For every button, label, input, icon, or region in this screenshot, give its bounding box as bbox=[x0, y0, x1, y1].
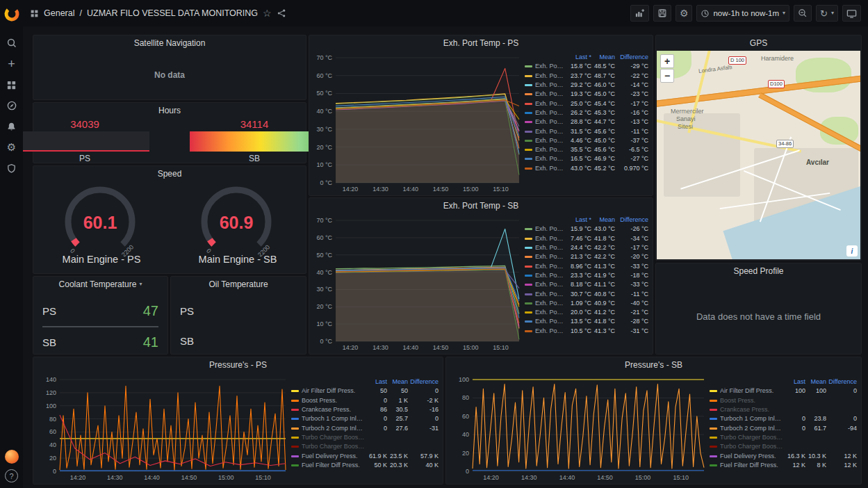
panel-title[interactable]: GPS bbox=[656, 35, 861, 51]
legend-row[interactable]: Air Filter Diff Press.50500 bbox=[291, 387, 439, 396]
legend-row[interactable]: Exh. Port 1020.0 °C41.2 °C-21 °C bbox=[525, 308, 648, 317]
legend-row[interactable]: Exh. Port 626.2 °C45.3 °C-16 °C bbox=[525, 108, 648, 117]
legend-sort-difference[interactable]: Difference bbox=[615, 53, 648, 62]
legend-row[interactable]: Fuel Delivery Press.16.3 K10.3 K12 K bbox=[710, 451, 857, 460]
panel-title[interactable]: Oil Temperature bbox=[171, 277, 306, 292]
legend-row[interactable]: Turboch 2 Comp Inlet Press.061.7-94 bbox=[710, 423, 857, 432]
legend-row[interactable]: Exh. Port 94.46 °C45.0 °C-37 °C bbox=[525, 136, 648, 145]
zoom-out-time-button[interactable] bbox=[794, 5, 812, 22]
legend-row[interactable]: Exh. Port 115.9 °C43.0 °C-26 °C bbox=[525, 225, 648, 234]
pressure-sb-chart[interactable]: 02040608010014:2014:3014:4014:5015:0015:… bbox=[448, 374, 708, 482]
legend-row[interactable]: Exh. Port 1035.5 °C45.6 °C-6.5 °C bbox=[525, 145, 648, 154]
search-icon[interactable] bbox=[0, 34, 23, 52]
legend-row[interactable]: Turboch 1 Comp Inlet Press.023.80 bbox=[710, 414, 857, 423]
refresh-button[interactable]: ↻ ▾ bbox=[816, 5, 838, 22]
configuration-gear-icon[interactable]: ⚙ bbox=[0, 138, 23, 156]
panel-title[interactable]: Coolant Temperature ▾ bbox=[33, 277, 167, 292]
map-zoom-in-button[interactable]: + bbox=[660, 54, 674, 68]
legend-sort-last[interactable]: Last bbox=[783, 377, 805, 387]
panel-title[interactable]: Speed Profile bbox=[656, 263, 861, 279]
legend-sort-difference[interactable]: Difference bbox=[826, 377, 857, 387]
time-range-picker[interactable]: now-1h to now-1m ▾ bbox=[696, 5, 789, 22]
legend-row[interactable]: Exh. Port 91.09 °C40.9 °C-40 °C bbox=[525, 299, 648, 308]
legend-row[interactable]: Exh. Port 831.5 °C45.6 °C-11 °C bbox=[525, 127, 648, 136]
legend-row[interactable]: Exh. Port 728.8 °C44.7 °C-13 °C bbox=[525, 117, 648, 127]
alerting-bell-icon[interactable] bbox=[0, 117, 23, 136]
panel-title[interactable]: Pressure's - SB bbox=[446, 357, 861, 373]
create-plus-icon[interactable]: + bbox=[0, 55, 23, 73]
help-icon[interactable]: ? bbox=[5, 469, 18, 482]
refresh-interval-caret-icon[interactable]: ▾ bbox=[831, 10, 834, 16]
legend-sort-last[interactable]: Last * bbox=[565, 53, 591, 62]
panel-title[interactable]: Exh. Port Temp - SB bbox=[309, 198, 653, 213]
legend-sort-last[interactable]: Last bbox=[365, 377, 387, 387]
legend-value: 31.5 °C bbox=[565, 127, 591, 136]
legend-row[interactable]: Fuel Filter Diff Press.50 K20.3 K40 K bbox=[291, 461, 439, 470]
dashboards-icon[interactable] bbox=[0, 76, 23, 94]
exh-sb-chart[interactable]: 0 °C10 °C20 °C30 °C40 °C50 °C60 °C70 °C1… bbox=[311, 215, 523, 352]
panel-title[interactable]: Satellite Navigation bbox=[33, 35, 306, 51]
map-zoom-out-button[interactable]: − bbox=[660, 69, 674, 83]
legend-sort-difference[interactable]: Difference bbox=[408, 377, 439, 387]
svg-text:40 °C: 40 °C bbox=[316, 108, 332, 115]
legend-row[interactable]: Air Filter Diff Press.1001000 bbox=[710, 387, 857, 396]
exh-ps-chart[interactable]: 0 °C10 °C20 °C30 °C40 °C50 °C60 °C70 °C1… bbox=[311, 52, 523, 194]
legend-row[interactable]: Exh. Port 421.3 °C42.2 °C-20 °C bbox=[525, 252, 648, 261]
cycle-view-mode-button[interactable] bbox=[842, 5, 861, 22]
dashboard-title[interactable]: UZMAR FILO VESSEL DATA MONITORING bbox=[87, 8, 258, 18]
series-name: Fuel Filter Diff Press. bbox=[720, 461, 778, 470]
legend-sort-mean[interactable]: Mean bbox=[591, 215, 615, 225]
gps-map[interactable]: Haramidere D 100 D100 Londra Asfaltı Mer… bbox=[657, 51, 860, 259]
panel-title[interactable]: Pressure's - PS bbox=[33, 357, 443, 373]
legend-row[interactable]: Exh. Port 78.18 °C41.1 °C-33 °C bbox=[525, 280, 648, 289]
panel-title[interactable]: Speed bbox=[33, 166, 306, 181]
user-avatar[interactable] bbox=[5, 450, 19, 464]
legend-sort-mean[interactable]: Mean bbox=[591, 53, 615, 62]
breadcrumb-folder[interactable]: General bbox=[44, 8, 74, 18]
panel-title[interactable]: Exh. Port Temp - PS bbox=[309, 35, 653, 51]
panel-title[interactable]: Hours bbox=[33, 103, 306, 118]
explore-compass-icon[interactable] bbox=[0, 97, 23, 115]
legend-row[interactable]: Boost Press.01 K-2 K bbox=[291, 396, 439, 405]
legend-row[interactable]: Exh. Port 830.7 °C40.8 °C-11 °C bbox=[525, 289, 648, 298]
legend-sort-difference[interactable]: Difference bbox=[615, 215, 648, 225]
dashboard-settings-button[interactable]: ⚙ bbox=[675, 5, 693, 22]
legend-row[interactable]: Exh. Port 1113.5 °C41.8 °C-28 °C bbox=[525, 317, 648, 326]
pressure-ps-chart[interactable]: 02040608010012014014:2014:3014:4014:5015… bbox=[35, 374, 290, 482]
legend-sort-mean[interactable]: Mean bbox=[387, 377, 408, 387]
legend-row[interactable]: Exh. Port 324.4 °C42.2 °C-17 °C bbox=[525, 243, 648, 252]
legend-row[interactable]: Turboch 1 Comp Inlet Press.025.70 bbox=[291, 414, 439, 423]
grafana-logo[interactable] bbox=[0, 5, 23, 23]
panel-menu-caret-icon[interactable]: ▾ bbox=[139, 282, 142, 287]
legend-row[interactable]: Fuel Filter Diff Press.12 K8 K12 K bbox=[710, 461, 857, 470]
star-icon[interactable]: ☆ bbox=[263, 8, 272, 18]
legend-row[interactable]: Turbo Charger Boost Press. 1 bbox=[291, 433, 439, 442]
legend-row[interactable]: Exh. Port 223.7 °C48.7 °C-22 °C bbox=[525, 72, 648, 81]
legend-row[interactable]: Crankcase Press.8630.5-16 bbox=[291, 405, 439, 414]
legend-row[interactable]: Exh. Port 27.46 °C41.8 °C-34 °C bbox=[525, 234, 648, 243]
legend-row[interactable]: Exh. Port 329.2 °C46.0 °C-14 °C bbox=[525, 81, 648, 90]
legend-sort-last[interactable]: Last * bbox=[565, 215, 591, 225]
legend-row[interactable]: Turbo Charger Boost Press. 2 bbox=[291, 442, 439, 451]
legend-row[interactable]: Exh. Port 419.3 °C45.0 °C-23 °C bbox=[525, 90, 648, 99]
legend-row[interactable]: Fuel Delivery Press.61.9 K23.5 K57.9 K bbox=[291, 451, 439, 460]
share-icon[interactable] bbox=[277, 8, 286, 18]
server-admin-shield-icon[interactable] bbox=[0, 159, 23, 177]
legend-row[interactable]: Crankcase Press. bbox=[710, 405, 857, 414]
legend-row[interactable]: Exh. Port 115.8 °C48.5 °C-29 °C bbox=[525, 62, 648, 71]
legend-row[interactable]: Turbo Charger Boost Press. 1 bbox=[710, 433, 857, 442]
legend-row[interactable]: Exh. Port 1243.0 °C45.2 °C0.970 °C bbox=[525, 164, 648, 173]
map-attribution-info-button[interactable]: i bbox=[846, 245, 858, 257]
legend-row[interactable]: Exh. Port 623.3 °C41.9 °C-18 °C bbox=[525, 271, 648, 280]
save-dashboard-button[interactable] bbox=[653, 5, 671, 22]
legend-sort-mean[interactable]: Mean bbox=[805, 377, 826, 387]
legend-row[interactable]: Exh. Port 525.0 °C45.4 °C-17 °C bbox=[525, 99, 648, 108]
legend-row[interactable]: Exh. Port 1116.5 °C46.9 °C-27 °C bbox=[525, 154, 648, 163]
add-panel-button[interactable] bbox=[630, 5, 649, 22]
legend-row[interactable]: Exh. Port 1210.5 °C41.3 °C-31 °C bbox=[525, 327, 648, 336]
legend-row[interactable]: Boost Press. bbox=[710, 396, 857, 405]
legend-row[interactable]: Turboch 2 Comp Inlet Press.027.6-31 bbox=[291, 423, 439, 432]
legend-row[interactable]: Exh. Port 58.96 °C41.3 °C-33 °C bbox=[525, 261, 648, 270]
legend-value: 23.7 °C bbox=[565, 72, 591, 81]
legend-row[interactable]: Turbo Charger Boost Press. 2 bbox=[710, 442, 857, 451]
